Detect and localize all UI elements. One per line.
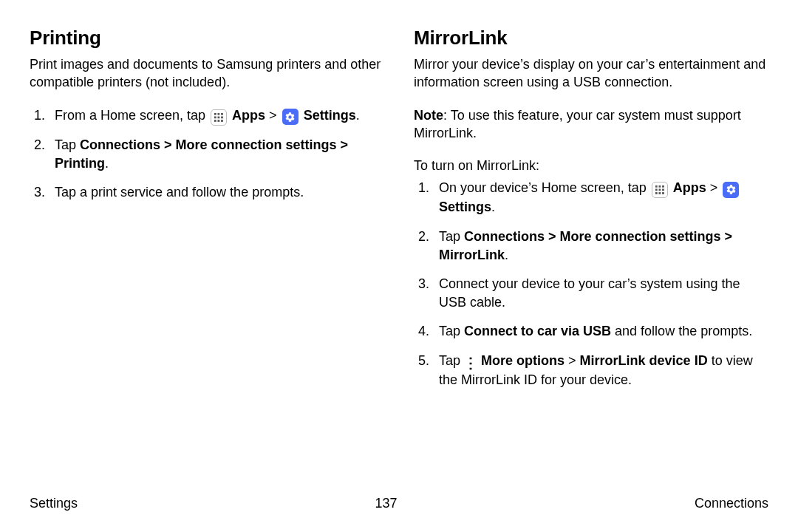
printing-step-3: Tap a print service and follow the promp… xyxy=(30,183,384,202)
columns: Printing Print images and documents to S… xyxy=(30,27,768,400)
apps-icon xyxy=(652,182,668,198)
right-column: MirrorLink Mirror your device’s display … xyxy=(414,27,768,400)
left-column: Printing Print images and documents to S… xyxy=(30,27,384,400)
note-label: Note xyxy=(414,108,443,123)
settings-icon xyxy=(282,109,299,125)
printing-step-2: Tap Connections > More connection settin… xyxy=(30,136,384,173)
footer-left: Settings xyxy=(30,496,78,511)
mirrorlink-step-2: Tap Connections > More connection settin… xyxy=(414,228,768,265)
more-options-icon xyxy=(466,355,476,371)
apps-label: Apps xyxy=(673,180,706,195)
mirrorlink-step-5: Tap More options > MirrorLink device ID … xyxy=(414,352,768,389)
text: Tap xyxy=(55,137,80,152)
text: From a Home screen, tap xyxy=(55,108,209,123)
text: On your device’s Home screen, tap xyxy=(439,180,650,195)
text: Tap xyxy=(439,353,464,368)
printing-step-1: From a Home screen, tap Apps > Settings. xyxy=(30,106,384,126)
more-options-label: More options xyxy=(481,353,565,368)
text-end: . xyxy=(505,248,508,262)
mirrorlink-intro: Mirror your device’s display on your car… xyxy=(414,55,768,92)
nav-path: Connections > More connection settings >… xyxy=(55,137,348,171)
page-footer: Settings 137 Connections xyxy=(30,496,768,511)
device-id-label: MirrorLink device ID xyxy=(580,353,708,368)
mirrorlink-steps: On your device’s Home screen, tap Apps >… xyxy=(414,179,768,389)
mirrorlink-heading: MirrorLink xyxy=(414,27,768,50)
note-body: : To use this feature, your car system m… xyxy=(414,108,741,140)
text-end: . xyxy=(356,108,360,123)
connect-label: Connect to car via USB xyxy=(464,324,611,338)
footer-right: Connections xyxy=(695,496,768,511)
settings-icon xyxy=(723,182,739,198)
text: Tap xyxy=(439,324,464,338)
chevron: > xyxy=(568,353,580,368)
apps-icon xyxy=(211,109,227,126)
mirrorlink-step-3: Connect your device to your car’s system… xyxy=(414,275,768,312)
mirrorlink-note: Note: To use this feature, your car syst… xyxy=(414,106,768,143)
apps-label: Apps xyxy=(232,108,265,123)
printing-heading: Printing xyxy=(30,27,384,50)
printing-steps: From a Home screen, tap Apps > Settings.… xyxy=(30,106,384,202)
text: Tap xyxy=(439,229,464,244)
page-number: 137 xyxy=(375,496,397,511)
mirrorlink-lead: To turn on MirrorLink: xyxy=(414,157,768,174)
text-b: and follow the prompts. xyxy=(611,324,752,338)
nav-path: Connections > More connection settings >… xyxy=(439,229,732,262)
text-end: . xyxy=(491,200,495,214)
printing-intro: Print images and documents to Samsung pr… xyxy=(30,55,384,92)
mirrorlink-step-4: Tap Connect to car via USB and follow th… xyxy=(414,322,768,341)
text-end: . xyxy=(105,156,109,171)
settings-label: Settings xyxy=(439,200,491,214)
mirrorlink-step-1: On your device’s Home screen, tap Apps >… xyxy=(414,179,768,216)
chevron: > xyxy=(269,108,281,123)
chevron: > xyxy=(710,180,722,195)
settings-label: Settings xyxy=(304,108,356,123)
manual-page: Printing Print images and documents to S… xyxy=(0,0,798,532)
